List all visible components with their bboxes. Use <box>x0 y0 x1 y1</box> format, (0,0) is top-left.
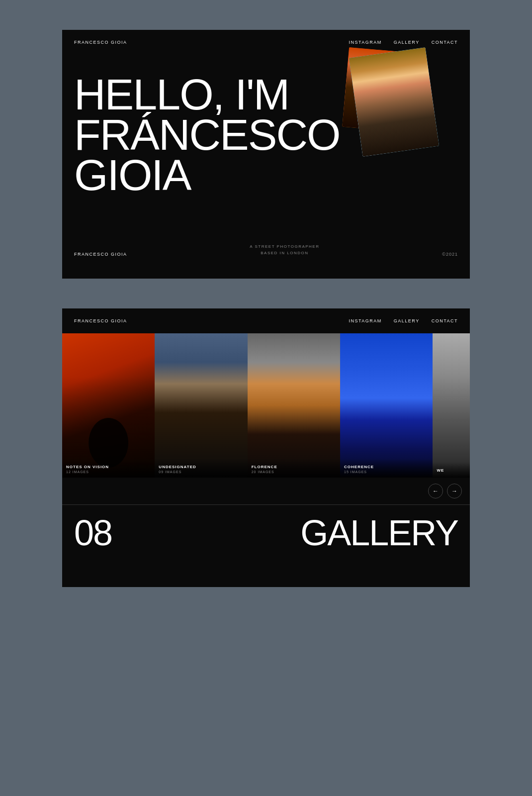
gallery-number: 08 <box>74 515 112 551</box>
gallery-grid: NOTES ON VISION 12 IMAGES UNDESIGNATED 0… <box>62 333 470 478</box>
gallery-word: GALLERY <box>300 515 458 551</box>
nav-2: FRANCESCO GIOIA INSTAGRAM GALLERY CONTAC… <box>62 308 470 333</box>
hero-title: HELLO, I'M FRÁNCESCO GIOIA <box>74 75 458 196</box>
hero-text: HELLO, I'M FRÁNCESCO GIOIA <box>74 75 458 196</box>
gallery-thumb-0 <box>62 333 155 478</box>
gallery-count-2: 20 IMAGES <box>252 470 336 474</box>
gallery-item-4[interactable]: WE <box>433 333 470 478</box>
nav-links-2: INSTAGRAM GALLERY CONTACT <box>349 318 458 323</box>
nav-contact-2[interactable]: CONTACT <box>432 318 458 323</box>
hero-footer-logo: FRANCESCO GIOIA <box>74 252 127 257</box>
gallery-footer: 08 GALLERY <box>62 504 470 561</box>
nav-links-1: INSTAGRAM GALLERY CONTACT <box>349 40 458 45</box>
nav-gallery-1[interactable]: GALLERY <box>394 40 420 45</box>
nav-instagram-2[interactable]: INSTAGRAM <box>349 318 381 323</box>
gallery-title-1: UNDESIGNATED <box>159 465 243 469</box>
gallery-thumb-2 <box>248 333 340 478</box>
gallery-label-3: COHERENCE 15 IMAGES <box>340 459 433 478</box>
gallery-title-0: NOTES ON VISION <box>66 465 151 469</box>
nav-instagram-1[interactable]: INSTAGRAM <box>349 40 381 45</box>
hero-subtitle: A STREET PHOTOGRAPHER BASED IN LONDON <box>250 244 319 257</box>
hero-year: ©2021 <box>442 252 458 257</box>
gallery-count-0: 12 IMAGES <box>66 470 151 474</box>
gallery-item-3[interactable]: COHERENCE 15 IMAGES <box>340 333 433 478</box>
nav-gallery-2[interactable]: GALLERY <box>394 318 420 323</box>
gallery-item-1[interactable]: UNDESIGNATED 09 IMAGES <box>155 333 247 478</box>
gallery-thumb-3 <box>340 333 433 478</box>
hero-footer: FRANCESCO GIOIA A STREET PHOTOGRAPHER BA… <box>74 244 458 259</box>
gallery-thumb-4 <box>433 333 470 478</box>
nav-logo-1: FRANCESCO GIOIA <box>74 40 127 45</box>
nav-1: FRANCESCO GIOIA INSTAGRAM GALLERY CONTAC… <box>62 30 470 55</box>
hero-section: HELLO, I'M FRÁNCESCO GIOIA FRANCESCO GIO… <box>62 55 470 274</box>
gallery-item-2[interactable]: FLORENCE 20 IMAGES <box>248 333 340 478</box>
gallery-title-2: FLORENCE <box>252 465 336 469</box>
gallery-controls: ← → <box>62 478 470 504</box>
gallery-label-2: FLORENCE 20 IMAGES <box>248 459 340 478</box>
nav-logo-2: FRANCESCO GIOIA <box>74 318 127 323</box>
screen-hero: FRANCESCO GIOIA INSTAGRAM GALLERY CONTAC… <box>62 30 470 279</box>
gallery-label-4: WE <box>433 462 470 478</box>
gallery-label-0: NOTES ON VISION 12 IMAGES <box>62 459 155 478</box>
next-button[interactable]: → <box>447 484 462 498</box>
gallery-label-1: UNDESIGNATED 09 IMAGES <box>155 459 247 478</box>
prev-button[interactable]: ← <box>428 484 443 498</box>
gallery-title-4: WE <box>437 468 466 473</box>
gallery-count-1: 09 IMAGES <box>159 470 243 474</box>
gallery-item-0[interactable]: NOTES ON VISION 12 IMAGES <box>62 333 155 478</box>
screen-gallery: FRANCESCO GIOIA INSTAGRAM GALLERY CONTAC… <box>62 308 470 587</box>
gallery-thumb-1 <box>155 333 247 478</box>
nav-contact-1[interactable]: CONTACT <box>432 40 458 45</box>
gallery-title-3: COHERENCE <box>344 465 429 469</box>
gallery-count-3: 15 IMAGES <box>344 470 429 474</box>
